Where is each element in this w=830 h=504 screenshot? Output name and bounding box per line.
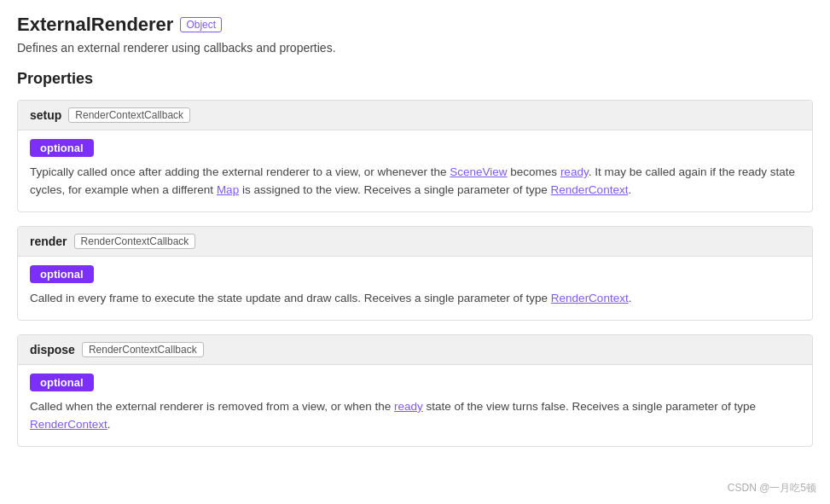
property-link[interactable]: RenderContext [551, 292, 629, 304]
property-header: disposeRenderContextCallback [18, 335, 812, 365]
optional-badge: optional [30, 374, 94, 391]
page-description: Defines an external renderer using callb… [17, 41, 813, 55]
property-description: Called in every frame to execute the sta… [30, 290, 800, 308]
property-link[interactable]: ready [394, 400, 423, 413]
property-description: Called when the external renderer is rem… [30, 398, 800, 434]
description-text: . [628, 183, 631, 196]
property-link[interactable]: RenderContext [551, 183, 629, 196]
property-body: optionalTypically called once after addi… [18, 130, 812, 211]
description-text: . [629, 292, 632, 304]
property-type[interactable]: RenderContextCallback [74, 234, 196, 249]
type-badge[interactable]: Object [180, 17, 222, 32]
property-type[interactable]: RenderContextCallback [68, 107, 190, 123]
description-text: Called when the external renderer is rem… [30, 400, 394, 413]
title-text: ExternalRenderer [17, 14, 173, 36]
page-title: ExternalRenderer Object [17, 14, 813, 36]
description-text: Typically called once after adding the e… [30, 165, 450, 178]
property-link[interactable]: RenderContext [30, 418, 107, 431]
description-text: becomes [508, 165, 560, 178]
property-name: setup [30, 108, 61, 122]
page-wrapper: ExternalRenderer Object Defines an exter… [0, 0, 830, 504]
property-name: dispose [30, 343, 75, 356]
property-name: render [30, 235, 67, 248]
property-link[interactable]: SceneView [450, 165, 507, 178]
watermark: CSDN @一月吃5顿 [728, 481, 816, 495]
property-block: renderRenderContextCallbackoptionalCalle… [17, 226, 813, 321]
optional-badge: optional [30, 265, 94, 283]
property-block: setupRenderContextCallbackoptionalTypica… [17, 100, 813, 212]
description-text: . [107, 418, 111, 431]
section-title: Properties [17, 70, 813, 88]
property-body: optionalCalled when the external rendere… [18, 365, 812, 446]
property-link[interactable]: ready [560, 165, 589, 178]
property-type[interactable]: RenderContextCallback [82, 342, 204, 357]
optional-badge: optional [30, 139, 94, 157]
property-block: disposeRenderContextCallbackoptionalCall… [17, 334, 813, 447]
property-description: Typically called once after adding the e… [30, 164, 800, 200]
description-text: Called in every frame to execute the sta… [30, 292, 551, 304]
property-link[interactable]: Map [217, 183, 239, 196]
properties-container: setupRenderContextCallbackoptionalTypica… [17, 100, 813, 447]
description-text: is assigned to the view. Receives a sing… [239, 183, 550, 196]
description-text: state of the view turns false. Receives … [423, 400, 756, 413]
property-body: optionalCalled in every frame to execute… [18, 257, 812, 320]
property-header: setupRenderContextCallback [18, 101, 812, 130]
property-header: renderRenderContextCallback [18, 227, 812, 257]
